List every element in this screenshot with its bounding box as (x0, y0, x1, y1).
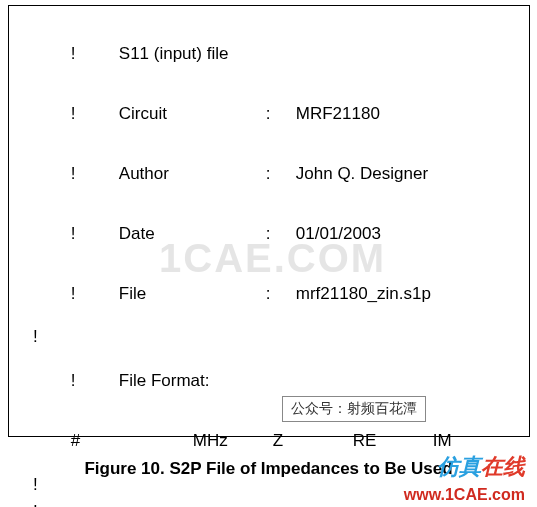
hash-mark: # (71, 432, 193, 449)
date-line: !Date:01/01/2003 (33, 208, 509, 259)
title-line: !S11 (input) file (33, 28, 509, 79)
comment-mark: ! (71, 165, 119, 182)
colon: : (266, 165, 296, 182)
title-text: S11 (input) file (119, 45, 266, 62)
blank-comment: ! (33, 503, 509, 507)
comment-mark: ! (71, 372, 119, 389)
file-value: mrf21180_zin.s1p (296, 285, 431, 302)
circuit-label: Circuit (119, 105, 266, 122)
col-im: IM (433, 432, 488, 449)
circuit-line: !Circuit:MRF21180 (33, 88, 509, 139)
comment-mark: ! (71, 225, 119, 242)
author-label: Author (119, 165, 266, 182)
file-listing-box: 1CAE.COM !S11 (input) file !Circuit:MRF2… (8, 5, 530, 437)
comment-mark: ! (71, 105, 119, 122)
date-value: 01/01/2003 (296, 225, 381, 242)
file-format-label: File Format: (119, 371, 210, 390)
comment-mark: ! (71, 45, 119, 62)
file-content: !S11 (input) file !Circuit:MRF21180 !Aut… (9, 6, 529, 507)
author-line: !Author:John Q. Designer (33, 148, 509, 199)
colon: : (266, 285, 296, 302)
circuit-value: MRF21180 (296, 105, 380, 122)
colon: : (266, 105, 296, 122)
colon: : (266, 225, 296, 242)
blank-comment: ! (33, 328, 509, 345)
date-label: Date (119, 225, 266, 242)
file-format-line: !File Format: (33, 355, 509, 406)
figure-caption: Figure 10. S2P File of Impedances to Be … (0, 458, 537, 481)
col-re: RE (353, 432, 433, 449)
col-z: Z (273, 432, 353, 449)
comment-mark: ! (71, 285, 119, 302)
wechat-watermark: 公众号：射频百花潭 (282, 396, 426, 422)
author-value: John Q. Designer (296, 165, 428, 182)
file-line: !File:mrf21180_zin.s1p (33, 268, 509, 319)
col-mhz: MHz (193, 432, 273, 449)
file-label: File (119, 285, 266, 302)
